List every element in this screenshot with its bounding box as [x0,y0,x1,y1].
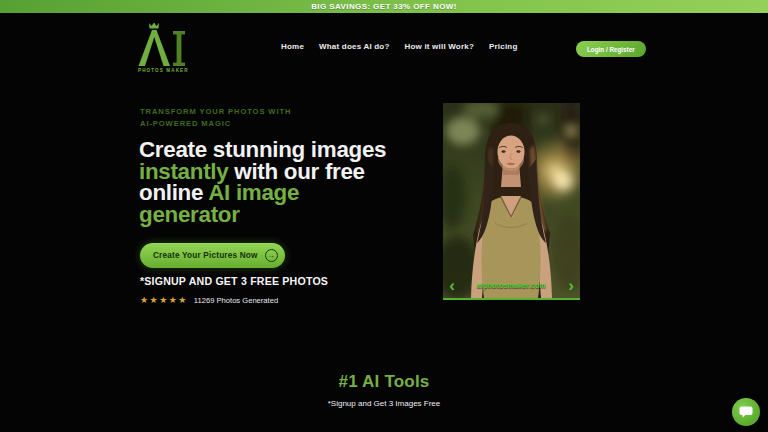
carousel-prev-button[interactable]: ‹ [445,277,459,295]
tools-section-title: #1 AI Tools [0,372,768,392]
hero-eyebrow-line1: TRANSFORM YOUR PHOTOS WITH [140,106,291,118]
star-rating-icon: ★★★★★ [140,295,188,305]
chat-widget-button[interactable] [732,398,760,426]
nav-item-pricing[interactable]: Pricing [489,42,518,51]
hero-eyebrow: TRANSFORM YOUR PHOTOS WITH AI-POWERED MA… [140,106,291,130]
image-watermark: aiphotosmaker.com [443,282,580,289]
login-register-button[interactable]: Login / Register [576,41,646,57]
tools-section-subtitle: *Signup and Get 3 Images Free [0,399,768,408]
main-nav: Home What does AI do? How it will Work? … [281,42,518,51]
create-pictures-button[interactable]: Create Your Pictures Now → [140,243,285,268]
arrow-right-circle-icon: → [265,249,278,262]
signup-note: *SIGNUP AND GET 3 FREE PHOTOS [140,275,328,287]
hero-heading: Create stunning images instantly with ou… [139,139,395,225]
logo-ai-mark-icon [137,22,189,68]
logo-tagline: PHOTOS MAKER [138,68,188,73]
logo[interactable]: PHOTOS MAKER [137,22,189,78]
promo-banner-text: BIG SAVINGS: GET 33% OFF NOW! [311,2,457,11]
promo-banner: BIG SAVINGS: GET 33% OFF NOW! [0,0,768,13]
create-pictures-button-label: Create Your Pictures Now [153,251,258,260]
nav-item-home[interactable]: Home [281,42,304,51]
hero-image-carousel: aiphotosmaker.com ‹ › [443,103,580,300]
nav-item-how-it-will-work[interactable]: How it will Work? [405,42,474,51]
hero-generated-photo [443,103,580,298]
chat-bubble-icon [739,406,753,418]
carousel-next-button[interactable]: › [564,277,578,295]
page: BIG SAVINGS: GET 33% OFF NOW! PHOTOS MAK… [0,0,768,432]
hero-eyebrow-line2: AI-POWERED MAGIC [140,118,291,130]
photos-generated-count: 11269 Photos Generated [194,296,278,305]
rating-row: ★★★★★ 11269 Photos Generated [140,295,278,305]
nav-item-what-does-ai-do[interactable]: What does AI do? [319,42,389,51]
